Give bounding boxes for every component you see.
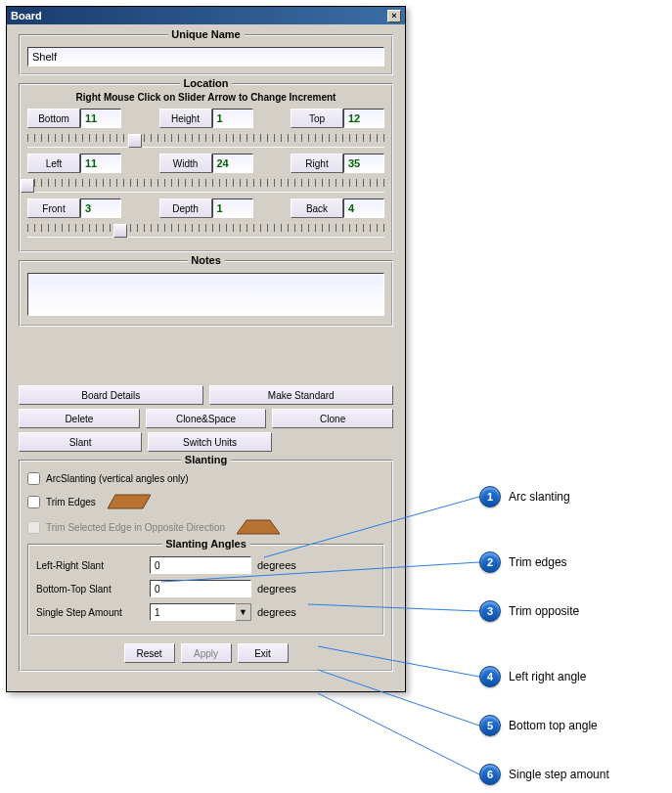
svg-marker-1 [237, 520, 280, 534]
loc-m-button[interactable]: Depth [159, 198, 212, 218]
loc-a-button[interactable]: Front [27, 198, 80, 218]
slider-track[interactable] [27, 130, 384, 148]
location-legend: Location [180, 77, 233, 89]
make-standard-button[interactable]: Make Standard [209, 385, 394, 405]
notes-input[interactable] [27, 273, 384, 316]
trim-edges-label: Trim Edges [46, 497, 96, 507]
clone-space-button[interactable]: Clone&Space [146, 409, 267, 428]
notes-legend: Notes [187, 254, 225, 266]
slant-button[interactable]: Slant [19, 432, 142, 452]
callout-text: Trim edges [509, 555, 567, 569]
loc-a-input[interactable] [80, 109, 121, 128]
chevron-down-icon[interactable]: ▼ [236, 603, 251, 621]
apply-button[interactable]: Apply [181, 643, 232, 663]
slanting-group: Slanting ArcSlanting (vertical angles on… [19, 460, 393, 672]
location-group: Location Right Mouse Click on Slider Arr… [19, 83, 393, 252]
loc-m-input[interactable] [212, 109, 253, 128]
delete-button[interactable]: Delete [19, 409, 140, 428]
step-degrees-label: degrees [257, 606, 296, 618]
bt-slant-label: Bottom-Top Slant [36, 584, 144, 595]
window-title: Board [11, 10, 42, 22]
loc-a-button[interactable]: Bottom [27, 109, 80, 128]
reset-button[interactable]: Reset [124, 643, 175, 663]
loc-a-input[interactable] [80, 198, 121, 218]
loc-m-input[interactable] [212, 154, 253, 173]
location-row: BottomHeightTop [27, 109, 384, 128]
notes-group: Notes [19, 260, 393, 327]
loc-b-button[interactable]: Right [291, 154, 343, 173]
callout-text: Single step amount [509, 768, 609, 781]
callout-bubble: 4 [479, 666, 501, 687]
loc-m-input[interactable] [212, 198, 253, 218]
callout-text: Bottom top angle [509, 719, 598, 732]
unique-name-legend: Unique Name [167, 28, 244, 40]
arc-slanting-label: ArcSlanting (vertical angles only) [46, 473, 189, 484]
trim-edges-checkbox[interactable] [27, 496, 40, 508]
switch-units-button[interactable]: Switch Units [148, 432, 271, 452]
slanting-legend: Slanting [181, 454, 231, 465]
slanting-angles-legend: Slanting Angles [161, 538, 250, 550]
loc-b-input[interactable] [343, 109, 384, 128]
action-buttons: Board Details Make Standard Delete Clone… [19, 385, 393, 452]
loc-b-input[interactable] [343, 154, 384, 173]
callout-text: Trim opposite [509, 604, 579, 618]
loc-b-button[interactable]: Back [291, 198, 343, 218]
exit-button[interactable]: Exit [238, 643, 289, 663]
loc-a-input[interactable] [80, 154, 121, 173]
loc-m-button[interactable]: Height [159, 109, 212, 128]
svg-marker-0 [108, 495, 151, 508]
slider-track[interactable] [27, 220, 384, 238]
slider-thumb[interactable] [113, 224, 127, 238]
board-dialog: Board × Unique Name Location Right Mouse… [6, 6, 406, 692]
unique-name-input[interactable] [27, 47, 384, 66]
location-hint: Right Mouse Click on Slider Arrow to Cha… [27, 92, 384, 103]
parallelogram-icon [108, 493, 151, 510]
callout-bubble: 1 [479, 486, 501, 507]
loc-b-button[interactable]: Top [291, 109, 343, 128]
step-amount-label: Single Step Amount [36, 607, 144, 618]
slanting-angles-group: Slanting Angles Left-Right Slant degrees… [27, 544, 384, 636]
lr-slant-label: Left-Right Slant [36, 560, 144, 571]
board-details-button[interactable]: Board Details [19, 385, 203, 405]
loc-a-button[interactable]: Left [27, 154, 80, 173]
trim-opposite-label: Trim Selected Edge in Opposite Direction [46, 522, 225, 533]
clone-button[interactable]: Clone [272, 409, 393, 428]
close-icon[interactable]: × [387, 10, 401, 22]
bt-degrees-label: degrees [257, 583, 296, 595]
loc-m-button[interactable]: Width [159, 154, 212, 173]
callout-bubble: 3 [479, 600, 501, 622]
location-row: LeftWidthRight [27, 154, 384, 173]
callout-bubble: 5 [479, 715, 501, 736]
unique-name-group: Unique Name [19, 34, 393, 75]
loc-b-input[interactable] [343, 198, 384, 218]
arc-slanting-checkbox[interactable] [27, 472, 40, 485]
lr-degrees-label: degrees [257, 559, 296, 571]
svg-line-7 [318, 693, 479, 774]
trim-opposite-checkbox[interactable] [27, 521, 40, 534]
callout-text: Arc slanting [509, 490, 570, 504]
lr-slant-input[interactable] [150, 556, 251, 574]
slider-thumb[interactable] [128, 134, 142, 148]
slider-thumb[interactable] [21, 179, 34, 193]
location-row: FrontDepthBack [27, 198, 384, 218]
bt-slant-input[interactable] [150, 580, 251, 597]
slider-track[interactable] [27, 175, 384, 193]
trapezoid-icon [237, 518, 280, 536]
step-amount-input[interactable] [150, 603, 236, 621]
titlebar: Board × [7, 7, 405, 24]
callout-bubble: 2 [479, 551, 501, 573]
callout-text: Left right angle [509, 670, 586, 683]
callout-bubble: 6 [479, 764, 501, 785]
